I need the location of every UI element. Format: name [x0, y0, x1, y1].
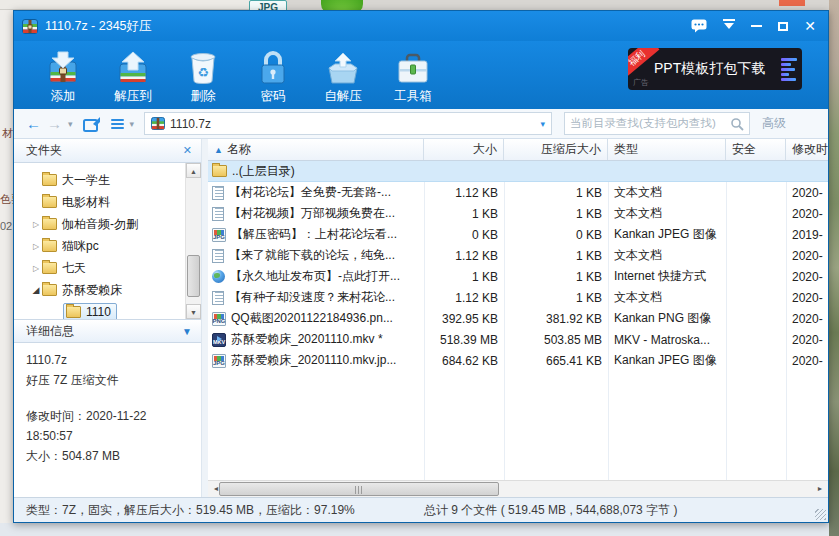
- password-button[interactable]: 密码: [238, 49, 308, 105]
- file-size: 1.12 KB: [424, 249, 504, 263]
- tree-item[interactable]: ◢ 苏酥爱赖床: [14, 279, 201, 301]
- file-row[interactable]: 【来了就能下载的论坛，纯免... 1.12 KB 1 KB 文本文档 2020-: [208, 245, 828, 266]
- folder-icon: [42, 240, 57, 252]
- tree-expander-collapsed-icon[interactable]: ▷: [30, 242, 42, 251]
- sfx-button[interactable]: 自解压: [308, 49, 378, 105]
- delete-button[interactable]: ♻ 删除: [168, 49, 238, 105]
- file-row[interactable]: MKV苏酥爱赖床_20201110.mkv * 518.39 MB 503.85…: [208, 329, 828, 350]
- title-bar[interactable]: 1110.7z - 2345好压 ✕: [14, 11, 828, 41]
- extract-label: 解压到: [114, 88, 152, 105]
- tree-item-selected[interactable]: 1110: [14, 301, 201, 319]
- file-row[interactable]: 【有种子却没速度？来村花论... 1.12 KB 1 KB 文本文档 2020-: [208, 287, 828, 308]
- password-label: 密码: [261, 88, 286, 105]
- add-button[interactable]: 添加: [28, 49, 98, 105]
- address-input[interactable]: 1110.7z ▾: [144, 112, 552, 135]
- ad-tag: 广告: [633, 77, 649, 88]
- folder-tree: 大一学生 电影材料 ▷ 伽柏音频-勿删 ▷ 猫咪pc: [14, 163, 201, 319]
- details-size: 大小：504.87 MB: [26, 446, 189, 466]
- close-panel-icon[interactable]: ✕: [183, 144, 192, 157]
- file-modified: 2020-: [786, 354, 828, 368]
- file-size: 0 KB: [424, 228, 504, 242]
- main-menu-icon[interactable]: [723, 17, 735, 35]
- file-modified: 2020-: [786, 186, 828, 200]
- file-type: 文本文档: [608, 184, 726, 201]
- tree-scrollbar[interactable]: ▲ ▼: [185, 163, 201, 319]
- tree-expander-collapsed-icon[interactable]: ▷: [30, 220, 42, 229]
- view-mode-icon[interactable]: [111, 117, 124, 131]
- file-type: MKV - Matroska...: [608, 333, 726, 347]
- toolbox-button[interactable]: 工具箱: [378, 49, 448, 105]
- scroll-right-icon[interactable]: ►: [812, 481, 828, 497]
- file-modified: 2020-: [786, 333, 828, 347]
- tree-item[interactable]: 电影材料: [14, 191, 201, 213]
- list-column-headers: ▲ 名称 大小 压缩后大小 类型 安全 修改时: [208, 139, 828, 161]
- file-type: Kankan JPEG 图像: [608, 226, 726, 243]
- text-file-icon: [212, 249, 224, 263]
- file-row[interactable]: 【村花视频】万部视频免费在... 1 KB 1 KB 文本文档 2020-: [208, 203, 828, 224]
- tree-expander-expanded-icon[interactable]: ◢: [30, 285, 42, 295]
- resize-grip[interactable]: [815, 509, 826, 520]
- file-type: Internet 快捷方式: [608, 268, 726, 285]
- maximize-button[interactable]: [778, 17, 788, 35]
- extract-to-button[interactable]: 解压到: [98, 49, 168, 105]
- scroll-down-icon[interactable]: ▼: [186, 304, 201, 319]
- close-button[interactable]: ✕: [804, 17, 816, 35]
- column-header-type[interactable]: 类型: [608, 139, 726, 160]
- column-header-name[interactable]: ▲ 名称: [208, 139, 424, 160]
- file-packed-size: 1 KB: [504, 270, 608, 284]
- parent-directory-label: ..(上层目录): [232, 163, 295, 180]
- tree-scrollbar-thumb[interactable]: [187, 255, 200, 297]
- column-header-security[interactable]: 安全: [726, 139, 786, 160]
- open-archive-icon[interactable]: [83, 116, 101, 132]
- tree-item[interactable]: ▷ 伽柏音频-勿删: [14, 213, 201, 235]
- file-size: 1 KB: [424, 270, 504, 284]
- column-header-modified[interactable]: 修改时: [786, 139, 828, 160]
- forward-icon[interactable]: →: [47, 116, 62, 131]
- column-header-packed[interactable]: 压缩后大小: [504, 139, 608, 160]
- view-dropdown-icon[interactable]: ▾: [130, 119, 135, 129]
- sort-ascending-icon: ▲: [214, 145, 223, 155]
- file-row[interactable]: 【村花论坛】全免费-无套路-... 1.12 KB 1 KB 文本文档 2020…: [208, 182, 828, 203]
- feedback-icon[interactable]: [691, 17, 707, 35]
- ad-banner[interactable]: 福利 PPT模板打包下载 广告: [628, 48, 802, 90]
- file-row[interactable]: 【永久地址发布页】-点此打开... 1 KB 1 KB Internet 快捷方…: [208, 266, 828, 287]
- parent-directory-row[interactable]: ..(上层目录): [208, 161, 828, 182]
- file-modified: 2020-: [786, 270, 828, 284]
- file-row[interactable]: PNGQQ截图20201122184936.pn... 392.95 KB 38…: [208, 308, 828, 329]
- file-row[interactable]: JPG【解压密码】：上村花论坛看... 0 KB 0 KB Kankan JPE…: [208, 224, 828, 245]
- tree-expander-collapsed-icon[interactable]: ▷: [30, 264, 42, 273]
- desktop-wallpaper-strip: [829, 0, 839, 536]
- horizontal-scrollbar-thumb[interactable]: [219, 482, 499, 496]
- jpeg-file-icon: JPG: [212, 354, 226, 368]
- file-row[interactable]: JPG苏酥爱赖床_20201110.mkv.jp... 684.62 KB 66…: [208, 350, 828, 371]
- tree-item[interactable]: ▷ 七天: [14, 257, 201, 279]
- advanced-search-link[interactable]: 高级: [762, 115, 786, 132]
- file-size: 392.95 KB: [424, 312, 504, 326]
- folder-icon: [66, 306, 81, 318]
- search-input[interactable]: 当前目录查找(支持包内查找): [564, 112, 750, 135]
- file-packed-size: 381.92 KB: [504, 312, 608, 326]
- file-packed-size: 1 KB: [504, 207, 608, 221]
- minimize-button[interactable]: [751, 17, 762, 35]
- self-extract-icon: [323, 49, 363, 87]
- horizontal-scrollbar[interactable]: ◄ ►: [208, 480, 828, 497]
- total-files-text: 总计 9 个文件 ( 519.45 MB , 544,688,073 字节 ): [424, 502, 677, 519]
- list-body: ..(上层目录) 【村花论坛】全免费-无套路-... 1.12 KB 1 KB …: [208, 161, 828, 480]
- collapse-details-icon[interactable]: ▼: [182, 326, 192, 337]
- jpeg-file-icon: JPG: [212, 228, 226, 242]
- back-icon[interactable]: ←: [26, 116, 41, 131]
- panel-splitter[interactable]: [201, 139, 208, 497]
- scroll-up-icon[interactable]: ▲: [186, 163, 201, 178]
- text-file-icon: [212, 207, 224, 221]
- tree-item[interactable]: ▷ 猫咪pc: [14, 235, 201, 257]
- address-dropdown-icon[interactable]: ▾: [541, 119, 546, 129]
- extract-icon: [113, 49, 153, 87]
- history-dropdown-icon[interactable]: ▾: [68, 119, 73, 129]
- status-bar: 类型：7Z，固实，解压后大小：519.45 MB，压缩比：97.19% 总计 9…: [14, 497, 828, 522]
- column-header-size[interactable]: 大小: [424, 139, 504, 160]
- file-packed-size: 1 KB: [504, 291, 608, 305]
- file-type: 文本文档: [608, 289, 726, 306]
- file-type: Kankan JPEG 图像: [608, 352, 726, 369]
- tree-item[interactable]: 大一学生: [14, 169, 201, 191]
- file-packed-size: 1 KB: [504, 186, 608, 200]
